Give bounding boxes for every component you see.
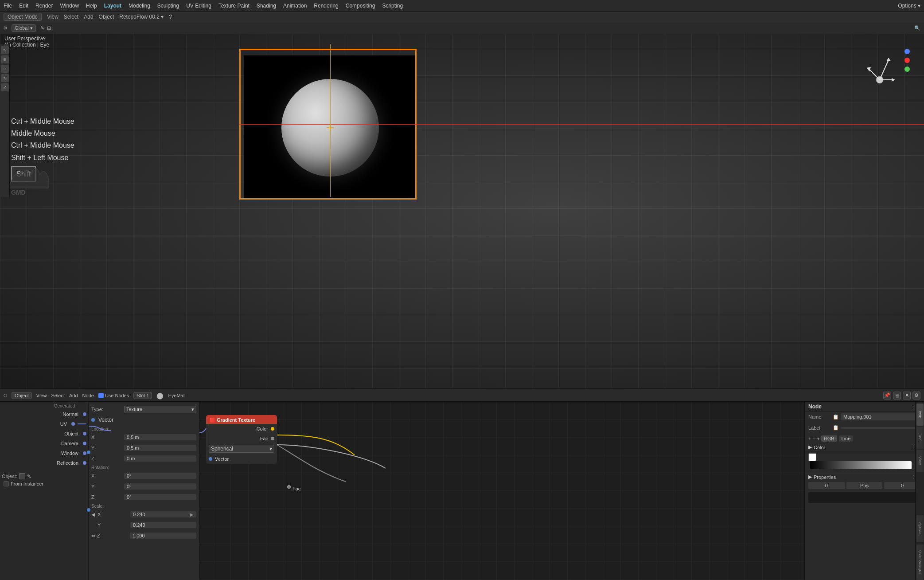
plus-btn[interactable]: + — [808, 436, 811, 441]
menu-window[interactable]: Window — [60, 3, 79, 9]
tab-node-wrangler[interactable]: Node Wrangler — [916, 545, 924, 580]
scale-z-field[interactable]: 1.000 — [130, 533, 196, 539]
white-swatch[interactable] — [808, 453, 816, 461]
map-reflection-row: Reflection — [0, 458, 88, 468]
use-nodes-checkbox[interactable]: Use Nodes — [98, 393, 129, 398]
gradient-preview[interactable] — [810, 461, 912, 469]
camera-socket[interactable] — [83, 442, 86, 445]
menu-shading[interactable]: Shading — [257, 3, 276, 9]
view-node-menu[interactable]: View — [36, 393, 47, 398]
menu-sculpting[interactable]: Sculpting — [157, 3, 179, 9]
menu-scripting[interactable]: Scripting — [382, 3, 403, 9]
mode-selector[interactable]: Object Mode — [4, 13, 42, 21]
toolbar-btn-3[interactable]: ↔ — [1, 65, 9, 73]
view-menu[interactable]: View — [47, 14, 58, 20]
loc-x-field[interactable]: 0.5 m — [124, 434, 196, 440]
node-canvas[interactable]: Generated Normal UV Object Camera Window — [0, 402, 804, 580]
toolbar-btn-1[interactable]: ↖ — [1, 46, 9, 54]
menu-texture-paint[interactable]: Texture Paint — [218, 3, 250, 9]
loc-z-field[interactable]: 0 m — [124, 455, 196, 462]
label-field[interactable] — [841, 427, 920, 429]
tab-options[interactable]: Options — [916, 515, 924, 542]
gradient-texture-node[interactable]: 🟥 Gradient Texture Color Fac Spherical ▾ — [206, 415, 277, 464]
toolbar-btn-5[interactable]: ⤢ — [1, 83, 9, 91]
down-btn[interactable]: ▾ — [817, 436, 819, 441]
fac-output-socket[interactable] — [271, 437, 274, 440]
left-socket-1[interactable] — [87, 451, 90, 454]
menu-uv-editing[interactable]: UV Editing — [186, 3, 211, 9]
add-menu[interactable]: Add — [84, 14, 93, 20]
red-dot — [905, 58, 910, 63]
menu-edit[interactable]: Edit — [19, 3, 28, 9]
menu-render[interactable]: Render — [35, 3, 53, 9]
scale-x-field[interactable]: 0.240 ▶ — [130, 511, 196, 517]
menu-layout[interactable]: Layout — [104, 3, 121, 9]
uv-socket[interactable] — [71, 422, 75, 426]
select-menu[interactable]: Select — [64, 14, 78, 20]
left-socket-2[interactable] — [87, 508, 90, 512]
line-dropdown[interactable]: Line — [839, 435, 854, 442]
object-square-icon[interactable] — [19, 473, 25, 479]
pin-btn[interactable]: 📌 — [883, 392, 891, 400]
top-menubar: File Edit Render Window Help Layout Mode… — [0, 0, 924, 12]
window-socket[interactable] — [83, 451, 86, 455]
loc-y-field[interactable]: 0.5 m — [124, 445, 196, 451]
reflection-socket[interactable] — [83, 461, 86, 465]
fac-remote-socket[interactable] — [287, 485, 291, 489]
color-triangle[interactable]: ▶ — [808, 444, 812, 450]
node-menu[interactable]: Node — [82, 393, 94, 398]
rgb-dropdown[interactable]: RGB — [821, 435, 837, 442]
zero-field[interactable]: 0 — [808, 482, 845, 489]
menu-help[interactable]: Help — [86, 3, 97, 9]
toolbar-btn-2[interactable]: ⊕ — [1, 55, 9, 63]
rot-y-field[interactable]: 0° — [124, 483, 196, 490]
vector-input-socket[interactable] — [91, 418, 95, 422]
minus-btn[interactable]: − — [813, 436, 815, 441]
rotation-title: Rotation: — [91, 465, 196, 470]
x-btn[interactable]: ✕ — [903, 392, 911, 400]
object-picker-btn[interactable]: ✎ — [27, 474, 31, 479]
checkbox-use-nodes[interactable] — [98, 393, 104, 398]
options-btn[interactable]: Options ▾ — [898, 3, 920, 9]
toolbar-btn-4[interactable]: ⟲ — [1, 74, 9, 82]
menu-rendering[interactable]: Rendering — [314, 3, 338, 9]
menu-modeling[interactable]: Modeling — [129, 3, 150, 9]
object-menu[interactable]: Object — [99, 14, 114, 20]
viewport-canvas[interactable] — [0, 22, 924, 388]
tab-tool[interactable]: Tool — [916, 427, 924, 449]
normal-socket[interactable] — [83, 412, 86, 416]
add-node-menu[interactable]: Add — [69, 393, 78, 398]
tab-view[interactable]: View — [916, 450, 924, 472]
menu-file[interactable]: File — [4, 3, 12, 9]
settings-btn[interactable]: ⚙ — [912, 392, 920, 400]
color-output-socket[interactable] — [271, 427, 274, 431]
spherical-dropdown[interactable]: Spherical ▾ — [209, 445, 274, 453]
object-socket[interactable] — [83, 432, 86, 435]
vector-input-dot[interactable] — [209, 457, 212, 461]
menu-compositing[interactable]: Compositing — [346, 3, 375, 9]
from-instancer-checkbox[interactable] — [4, 481, 9, 486]
map-window-row: Window — [0, 448, 88, 458]
retopoflow-menu[interactable]: RetopoFlow 00.2 ▾ — [119, 14, 164, 20]
properties-triangle[interactable]: ▶ — [808, 474, 812, 480]
navigation-gizmo[interactable] — [860, 47, 900, 95]
dots-icon[interactable]: ⊞ — [47, 25, 51, 31]
ctrl-icon[interactable]: ✎ — [40, 25, 44, 31]
copy-btn[interactable]: ⎘ — [893, 392, 901, 400]
header-view-icon[interactable]: 🔍 — [914, 25, 920, 31]
scale-x-right-arrow[interactable]: ▶ — [190, 512, 194, 517]
global-selector[interactable]: Global ▾ — [12, 24, 36, 32]
tab-item[interactable]: Item — [916, 404, 924, 426]
slot-dropdown[interactable]: Slot 1 — [133, 392, 152, 399]
rot-x-field[interactable]: 0° — [124, 473, 196, 479]
scale-x-left-arrow[interactable]: ◀ — [91, 512, 95, 517]
help-icon[interactable]: ? — [169, 14, 172, 20]
name-field[interactable]: Mapping.001 — [841, 413, 920, 420]
rot-z-row: Z 0° — [91, 492, 196, 502]
rot-z-field[interactable]: 0° — [124, 494, 196, 500]
select-node-menu[interactable]: Select — [51, 393, 65, 398]
object-dropdown[interactable]: Object — [12, 392, 32, 399]
type-dropdown[interactable]: Texture ▾ — [124, 406, 196, 413]
menu-animation[interactable]: Animation — [283, 3, 307, 9]
scale-y-field[interactable]: 0.240 — [130, 522, 196, 528]
